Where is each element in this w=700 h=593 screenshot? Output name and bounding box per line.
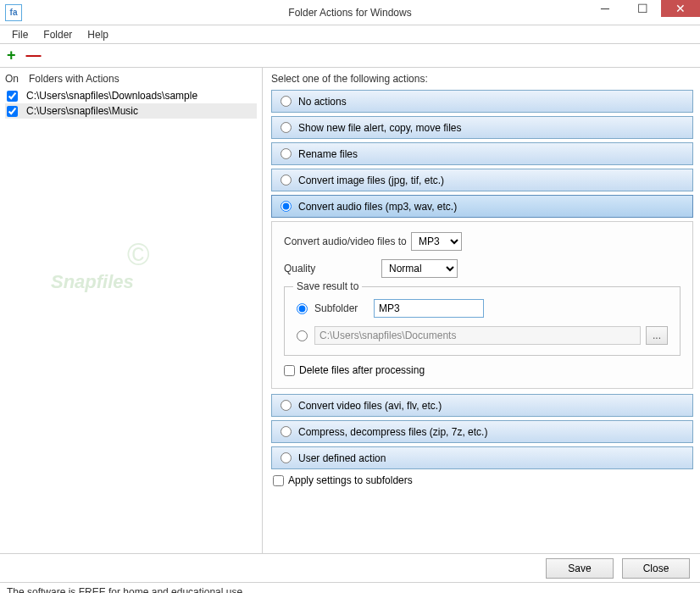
delete-after-row: Delete files after processing xyxy=(284,364,681,376)
convert-to-label: Convert audio/video files to xyxy=(284,236,411,247)
menu-file[interactable]: File xyxy=(5,27,35,42)
detail-quality-row: Quality Normal xyxy=(284,259,681,278)
convert-audio-details: Convert audio/video files to MP3 Quality… xyxy=(271,221,693,389)
folder-list-header: On Folders with Actions xyxy=(5,73,257,85)
content-area: On Folders with Actions C:\Users\snapfil… xyxy=(0,68,700,554)
action-label: Show new file alert, copy, move files xyxy=(298,122,462,134)
action-label: No actions xyxy=(298,96,347,108)
action-label: Compress, decompress files (zip, 7z, etc… xyxy=(298,426,487,438)
action-label: Convert video files (avi, flv, etc.) xyxy=(298,400,442,412)
action-convert-image[interactable]: Convert image files (jpg, tif, etc.) xyxy=(271,169,693,191)
watermark-icon: © xyxy=(127,237,150,273)
remove-folder-button[interactable]: — xyxy=(26,47,42,64)
menu-folder[interactable]: Folder xyxy=(36,27,79,42)
minimize-button[interactable]: ─ xyxy=(586,0,624,17)
delete-after-label: Delete files after processing xyxy=(299,364,425,376)
folder-row[interactable]: C:\Users\snapfiles\Downloads\sample xyxy=(5,88,257,103)
radio-convert-audio[interactable] xyxy=(281,201,292,212)
quality-select[interactable]: Normal xyxy=(381,259,458,278)
folder-enabled-checkbox[interactable] xyxy=(7,106,18,117)
format-select[interactable]: MP3 xyxy=(411,232,462,251)
radio-subfolder[interactable] xyxy=(297,303,308,314)
folder-list-panel: On Folders with Actions C:\Users\snapfil… xyxy=(0,68,263,553)
action-label: Rename files xyxy=(298,148,358,160)
maximize-button[interactable]: ☐ xyxy=(624,0,661,17)
menubar: File Folder Help xyxy=(0,25,700,44)
action-convert-video[interactable]: Convert video files (avi, flv, etc.) xyxy=(271,394,693,417)
action-user-defined[interactable]: User defined action xyxy=(271,446,693,469)
action-convert-audio[interactable]: Convert audio files (mp3, wav, etc.) xyxy=(271,195,693,218)
app-icon: fa xyxy=(5,4,22,21)
watermark-text: Snapfiles xyxy=(51,271,134,293)
action-alert[interactable]: Show new file alert, copy, move files xyxy=(271,116,693,139)
radio-convert-video[interactable] xyxy=(281,400,292,411)
column-folders: Folders with Actions xyxy=(29,73,119,85)
fieldset-legend: Save result to xyxy=(293,280,362,292)
action-compress[interactable]: Compress, decompress files (zip, 7z, etc… xyxy=(271,420,693,443)
delete-after-checkbox[interactable] xyxy=(284,365,295,376)
action-no-actions[interactable]: No actions xyxy=(271,90,693,113)
radio-custom-path[interactable] xyxy=(297,330,308,341)
custom-path-input[interactable] xyxy=(314,326,641,345)
window-controls: ─ ☐ ✕ xyxy=(586,0,700,25)
radio-rename[interactable] xyxy=(281,148,292,159)
folder-enabled-checkbox[interactable] xyxy=(7,91,18,102)
statusbar: The software is FREE for home and educat… xyxy=(0,583,700,593)
apply-subfolders-label: Apply settings to subfolders xyxy=(288,474,413,486)
action-rename[interactable]: Rename files xyxy=(271,142,693,165)
action-label: User defined action xyxy=(298,452,386,464)
folder-path: C:\Users\snapfiles\Downloads\sample xyxy=(26,90,197,102)
apply-subfolders-checkbox[interactable] xyxy=(273,475,284,486)
radio-alert[interactable] xyxy=(281,122,292,133)
toolbar: + — xyxy=(0,44,700,68)
folder-path: C:\Users\snapfiles\Music xyxy=(26,105,138,117)
subfolder-input[interactable] xyxy=(374,299,484,318)
apply-subfolders-row: Apply settings to subfolders xyxy=(273,474,693,486)
detail-format-row: Convert audio/video files to MP3 xyxy=(284,232,681,251)
action-label: Convert audio files (mp3, wav, etc.) xyxy=(298,201,457,213)
subfolder-row: Subfolder xyxy=(297,299,668,318)
custom-path-row: ... xyxy=(297,326,668,345)
close-window-button[interactable]: ✕ xyxy=(661,0,700,17)
subfolder-label: Subfolder xyxy=(314,302,374,314)
radio-convert-image[interactable] xyxy=(281,175,292,186)
bottom-bar: Save Close xyxy=(0,554,700,583)
status-text: The software is FREE for home and educat… xyxy=(7,586,245,593)
folder-list: C:\Users\snapfiles\Downloads\sample C:\U… xyxy=(5,88,257,119)
save-result-fieldset: Save result to Subfolder ... xyxy=(284,286,681,356)
titlebar: fa Folder Actions for Windows ─ ☐ ✕ xyxy=(0,0,700,25)
save-button[interactable]: Save xyxy=(546,558,614,579)
add-folder-button[interactable]: + xyxy=(7,47,16,64)
actions-panel: Select one of the following actions: No … xyxy=(263,68,700,553)
actions-header: Select one of the following actions: xyxy=(271,73,693,85)
column-on: On xyxy=(5,73,29,85)
close-button[interactable]: Close xyxy=(622,558,690,579)
action-label: Convert image files (jpg, tif, etc.) xyxy=(298,175,444,186)
window-title: Folder Actions for Windows xyxy=(288,7,411,19)
radio-compress[interactable] xyxy=(281,426,292,437)
radio-no-actions[interactable] xyxy=(281,96,292,107)
folder-row[interactable]: C:\Users\snapfiles\Music xyxy=(5,103,257,119)
menu-help[interactable]: Help xyxy=(81,27,115,42)
radio-user-defined[interactable] xyxy=(281,452,292,463)
browse-button[interactable]: ... xyxy=(646,326,668,345)
